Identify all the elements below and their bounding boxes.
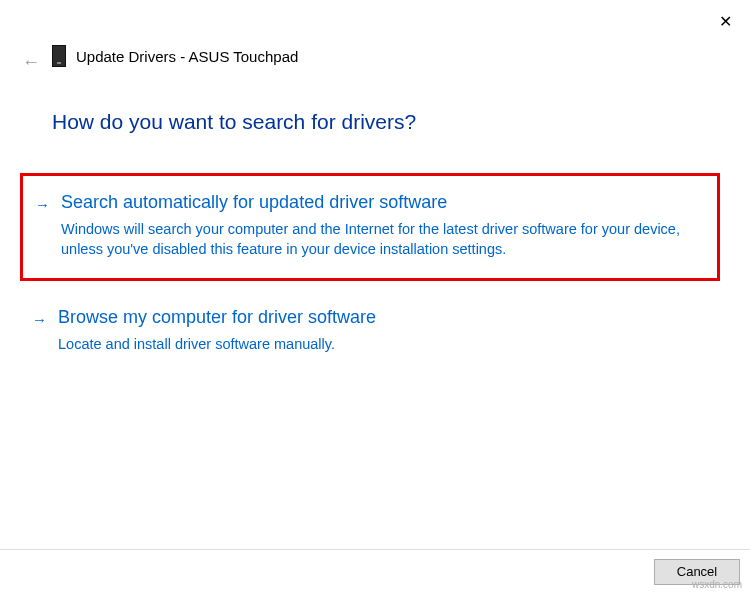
footer: Cancel bbox=[0, 549, 750, 593]
arrow-left-icon: ← bbox=[22, 52, 40, 72]
title-bar: Update Drivers - ASUS Touchpad bbox=[52, 45, 298, 67]
arrow-right-icon: → bbox=[32, 311, 47, 328]
option-title: Browse my computer for driver software bbox=[58, 307, 702, 328]
option-description: Locate and install driver software manua… bbox=[58, 334, 702, 354]
option-description: Windows will search your computer and th… bbox=[61, 219, 699, 260]
back-button[interactable]: ← bbox=[22, 52, 40, 73]
option-browse-computer[interactable]: → Browse my computer for driver software… bbox=[20, 291, 720, 372]
close-button[interactable]: ✕ bbox=[711, 8, 740, 35]
options-list: → Search automatically for updated drive… bbox=[20, 173, 720, 382]
option-title: Search automatically for updated driver … bbox=[61, 192, 699, 213]
option-search-automatically[interactable]: → Search automatically for updated drive… bbox=[20, 173, 720, 281]
watermark: wsxdn.com bbox=[692, 579, 742, 590]
page-heading: How do you want to search for drivers? bbox=[52, 110, 416, 134]
window-title: Update Drivers - ASUS Touchpad bbox=[76, 48, 298, 65]
close-icon: ✕ bbox=[719, 13, 732, 30]
arrow-right-icon: → bbox=[35, 196, 50, 213]
device-icon bbox=[52, 45, 66, 67]
